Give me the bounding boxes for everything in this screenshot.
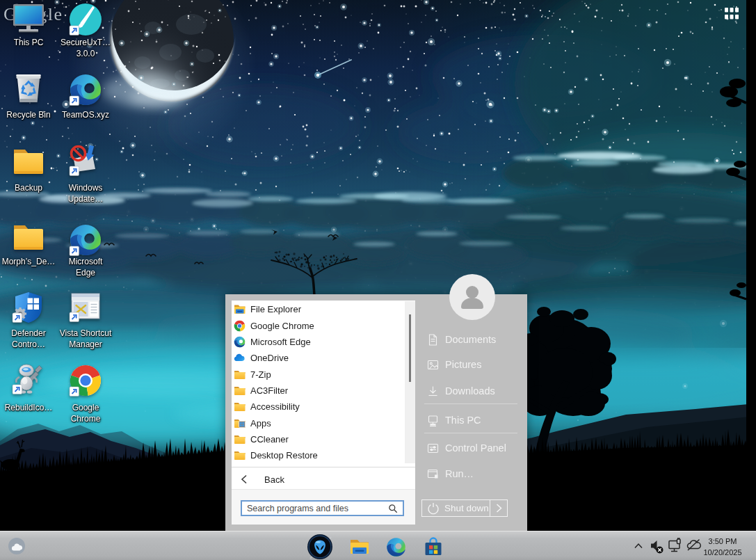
svg-text:10/20/2025: 10/20/2025 [703, 548, 741, 557]
svg-text:3:50 PM: 3:50 PM [709, 537, 737, 545]
